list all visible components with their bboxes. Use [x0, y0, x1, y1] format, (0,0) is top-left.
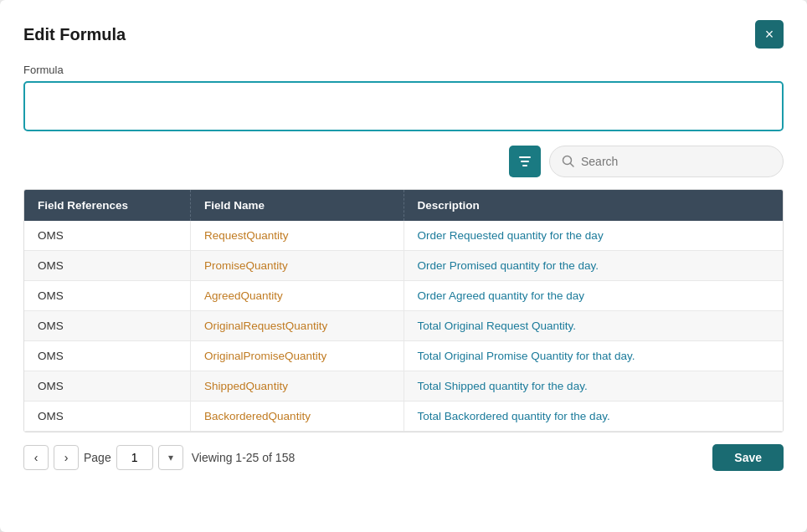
page-number-input[interactable] — [116, 445, 153, 470]
cell-field-name: ShippedQuantity — [191, 371, 404, 402]
table-row: OMSOriginalPromiseQuantityTotal Original… — [24, 341, 783, 371]
search-icon — [562, 155, 575, 168]
search-input[interactable] — [581, 155, 771, 168]
filter-icon — [517, 153, 533, 170]
svg-line-4 — [571, 164, 574, 167]
viewing-text: Viewing 1-25 of 158 — [192, 451, 296, 464]
toolbar-row — [23, 146, 784, 177]
data-table: Field References Field Name Description … — [24, 190, 783, 432]
cell-description: Order Requested quantity for the day — [404, 221, 783, 251]
col-header-field-name: Field Name — [191, 190, 404, 221]
table-row: OMSBackorderedQuantityTotal Backordered … — [24, 402, 783, 432]
cell-field-name: AgreedQuantity — [191, 281, 404, 311]
table-row: OMSRequestQuantityOrder Requested quanti… — [24, 221, 783, 251]
search-box — [549, 146, 784, 177]
table-row: OMSOriginalRequestQuantityTotal Original… — [24, 311, 783, 341]
svg-rect-2 — [522, 165, 527, 166]
cell-description: Total Shipped quantity for the day. — [404, 371, 783, 402]
formula-input[interactable] — [23, 81, 784, 131]
page-dropdown-button[interactable]: ▾ — [158, 445, 183, 470]
cell-description: Order Promised quantity for the day. — [404, 251, 783, 281]
cell-field-name: RequestQuantity — [191, 221, 404, 251]
cell-field-name: BackorderedQuantity — [191, 402, 404, 432]
table-row: OMSPromiseQuantityOrder Promised quantit… — [24, 251, 783, 281]
cell-description: Total Original Request Quantity. — [404, 311, 783, 341]
filter-button[interactable] — [509, 146, 541, 177]
cell-field-name: OriginalRequestQuantity — [191, 311, 404, 341]
cell-field-ref: OMS — [24, 281, 191, 311]
table-row: OMSShippedQuantityTotal Shipped quantity… — [24, 371, 783, 402]
modal-header: Edit Formula × — [23, 20, 784, 49]
svg-rect-1 — [521, 161, 529, 162]
modal-title: Edit Formula — [23, 25, 126, 44]
pagination-row: ‹ › Page ▾ Viewing 1-25 of 158 Save — [23, 444, 784, 471]
cell-field-ref: OMS — [24, 251, 191, 281]
edit-formula-modal: Edit Formula × Formula Field Referen — [0, 0, 807, 532]
cell-field-ref: OMS — [24, 311, 191, 341]
page-label: Page — [84, 451, 111, 464]
cell-field-ref: OMS — [24, 402, 191, 432]
table-header-row: Field References Field Name Description — [24, 190, 783, 221]
prev-page-button[interactable]: ‹ — [23, 445, 49, 470]
svg-rect-0 — [519, 156, 531, 158]
cell-description: Total Original Promise Quantity for that… — [404, 341, 783, 371]
col-header-field-references: Field References — [24, 190, 191, 221]
formula-label: Formula — [23, 64, 784, 76]
cell-description: Order Agreed quantity for the day — [404, 281, 783, 311]
next-page-button[interactable]: › — [54, 445, 79, 470]
col-header-description: Description — [404, 190, 783, 221]
table-row: OMSAgreedQuantityOrder Agreed quantity f… — [24, 281, 783, 311]
save-button[interactable]: Save — [712, 444, 784, 471]
cell-field-name: OriginalPromiseQuantity — [191, 341, 404, 371]
cell-field-ref: OMS — [24, 371, 191, 402]
cell-field-name: PromiseQuantity — [191, 251, 404, 281]
cell-field-ref: OMS — [24, 341, 191, 371]
cell-description: Total Backordered quantity for the day. — [404, 402, 783, 432]
cell-field-ref: OMS — [24, 221, 191, 251]
data-table-wrapper: Field References Field Name Description … — [23, 189, 784, 432]
pagination-controls: ‹ › Page ▾ Viewing 1-25 of 158 — [23, 445, 295, 470]
close-button[interactable]: × — [755, 20, 784, 49]
